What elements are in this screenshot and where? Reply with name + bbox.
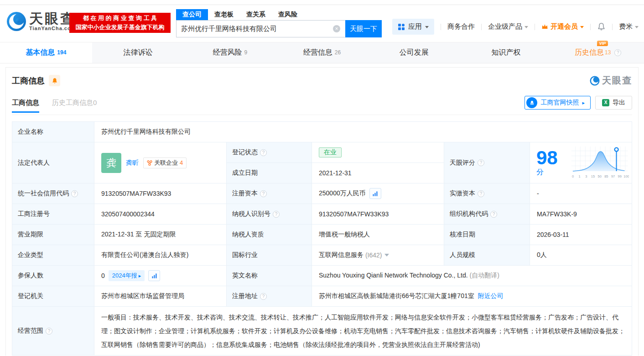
help-icon[interactable]: ? <box>46 328 52 335</box>
reg-capital-label: 注册资本? <box>227 183 312 204</box>
industry-value: 互联网信息服务 (I642) <box>312 245 444 266</box>
legal-rep-cell: 龚 龚昕 关联企业 4 <box>94 142 227 183</box>
monitor-bell-button[interactable] <box>49 75 60 86</box>
open-vip-link[interactable]: 开通会员 <box>541 22 584 31</box>
tab-basic-info[interactable]: 基本信息194 <box>0 42 92 63</box>
org-code-value: MA7FW33K-9 <box>530 204 632 225</box>
chevron-down-icon <box>580 26 584 28</box>
credit-code-value: 91320507MA7FW33K93 <box>94 183 227 204</box>
arrow-right-icon: ▸ <box>139 273 141 279</box>
taxpayer-quality-label: 纳税人资质 <box>227 225 312 245</box>
reg-status-label: 登记状态? <box>227 142 312 163</box>
search-block: 查公司 查老板 查关系 查风险 × 天眼一下 <box>176 8 382 37</box>
svg-text:15: 15 <box>591 174 594 178</box>
tab-business-info[interactable]: 经营信息26 <box>276 42 368 63</box>
insured-chart-button[interactable] <box>148 270 160 281</box>
table-row: 营业期限 2021-12-31 至 无固定期限 纳税人资质 增值税一般纳税人 核… <box>12 225 632 245</box>
staff-size-label: 人员规模 <box>444 245 530 266</box>
status-badge: 在业 <box>319 147 342 157</box>
score-value: 98分 <box>536 148 565 177</box>
search-tab-company[interactable]: 查公司 <box>176 9 208 20</box>
business-term-value: 2021-12-31 至 无固定期限 <box>94 225 227 245</box>
table-row: 登记机关 苏州市相城区市场监督管理局 注册地址? 苏州市相城区高铁新城陆港街66… <box>12 286 632 307</box>
search-button[interactable]: 天眼一下 <box>345 20 382 37</box>
subtab-history-business-info[interactable]: 历史工商信息0 <box>52 99 97 107</box>
official-snapshot-button[interactable]: 工商官网快照 ▸ <box>525 96 591 110</box>
divider <box>590 24 591 30</box>
table-row: 工商注册号 320507400002344 纳税人识别号? 91320507MA… <box>12 204 632 225</box>
nearby-companies-link[interactable]: 附近公司 <box>478 292 504 299</box>
table-row: 企业类型 有限责任公司(港澳台法人独资) 国标行业 互联网信息服务 (I642)… <box>12 245 632 266</box>
est-date-label: 成立日期 <box>227 163 312 183</box>
clear-icon[interactable]: × <box>333 25 340 32</box>
company-name-value: 苏州优行千里网络科技有限公司 <box>94 122 632 142</box>
help-icon[interactable]: ? <box>478 190 484 197</box>
business-info-card: 工商信息 天眼查 工商信息 历史工商信息0 <box>5 67 639 356</box>
help-icon[interactable]: ? <box>260 149 267 156</box>
svg-text:100: 100 <box>623 174 629 178</box>
svg-text:1: 1 <box>578 174 580 178</box>
capital-chart-button[interactable] <box>369 188 381 199</box>
tab-intellectual-property[interactable]: 知识产权 <box>460 42 552 63</box>
search-tab-risk[interactable]: 查风险 <box>272 9 304 20</box>
avatar[interactable]: 龚 <box>101 153 121 173</box>
tab-history-info[interactable]: VIP 历史信息13 ? <box>552 42 644 63</box>
help-icon[interactable]: ? <box>273 211 280 218</box>
table-row: 企业名称 苏州优行千里网络科技有限公司 <box>12 122 632 142</box>
svg-text:97: 97 <box>611 174 614 178</box>
help-icon[interactable]: ? <box>260 190 267 197</box>
score-cell: 98分 <box>530 142 632 183</box>
help-icon[interactable]: ? <box>490 211 497 218</box>
user-menu[interactable]: 费米 <box>619 22 639 31</box>
english-name-label: 英文名称 <box>227 266 312 286</box>
divider <box>612 24 613 30</box>
help-icon[interactable]: ? <box>614 49 621 56</box>
scope-label: 经营范围? <box>12 307 94 356</box>
table-row: 法定代表人 龚 龚昕 关联企业 4 <box>12 142 632 163</box>
apps-label: 应用 <box>408 22 422 31</box>
stamp-icon <box>526 97 537 108</box>
notifications-bell[interactable] <box>597 22 606 31</box>
chevron-down-icon <box>425 26 429 28</box>
search-tab-relation[interactable]: 查关系 <box>240 9 272 20</box>
chevron-down-icon <box>635 26 639 28</box>
reg-authority-label: 登记机关 <box>12 286 94 307</box>
legal-rep-name-link[interactable]: 龚昕 <box>126 159 139 167</box>
tab-company-development[interactable]: 公司发展 <box>368 42 460 63</box>
tab-operating-risk[interactable]: 经营风险9 <box>184 42 276 63</box>
subtab-business-info[interactable]: 工商信息 <box>12 99 39 107</box>
tianyancha-logo[interactable]: 天眼查 TianYanCha.com <box>6 11 76 31</box>
arrow-right-icon: ▸ <box>582 100 585 106</box>
search-tab-boss[interactable]: 查老板 <box>208 9 240 20</box>
enterprise-products-menu[interactable]: 企业级产品 <box>488 22 528 31</box>
company-tabs: 基本信息194 法律诉讼 经营风险9 经营信息26 公司发展 知识产权 VIP … <box>0 42 644 63</box>
divider <box>535 24 535 30</box>
help-icon[interactable]: ? <box>71 190 78 197</box>
search-tabs: 查公司 查老板 查关系 查风险 <box>176 8 382 20</box>
chevron-down-icon[interactable] <box>384 254 389 257</box>
business-cooperation-link[interactable]: 商务合作 <box>447 22 475 31</box>
svg-text:50: 50 <box>597 174 601 178</box>
reg-status-value: 在业 <box>312 142 444 163</box>
address-label: 注册地址? <box>227 286 312 307</box>
tab-legal-proceedings[interactable]: 法律诉讼 <box>92 42 184 63</box>
org-structure-icon <box>147 160 152 166</box>
related-companies-badge[interactable]: 关联企业 4 <box>143 157 187 168</box>
apps-menu[interactable]: 应用 <box>392 19 434 35</box>
score-label: 天眼评分? <box>444 142 530 183</box>
promo-line-1: 都 在 用 的 商 业 查 询 工 具 <box>83 14 157 23</box>
svg-text:99: 99 <box>618 174 621 178</box>
svg-text:3: 3 <box>585 174 587 178</box>
chevron-down-icon <box>525 26 528 28</box>
taxpayer-id-label: 纳税人识别号? <box>227 204 312 225</box>
promo-line-2: 国家中小企业发展子基金旗下机构 <box>76 23 165 32</box>
legal-rep-label: 法定代表人 <box>12 142 94 183</box>
annual-report-pill[interactable]: 2024年报▸ <box>109 270 145 281</box>
help-icon[interactable]: ? <box>260 293 267 300</box>
search-input[interactable] <box>176 20 345 37</box>
approval-date-label: 核准日期 <box>444 225 530 245</box>
vip-crown-icon <box>541 24 548 30</box>
export-button[interactable]: X 导出 <box>595 96 632 110</box>
help-icon[interactable]: ? <box>478 159 484 166</box>
approval-date-value: 2026-03-11 <box>530 225 632 245</box>
